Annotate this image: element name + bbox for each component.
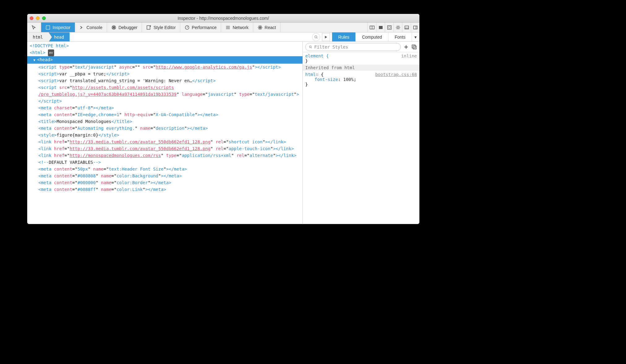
svg-rect-16 xyxy=(405,26,409,29)
tab-performance[interactable]: Performance xyxy=(180,23,221,32)
svg-line-23 xyxy=(311,47,312,48)
svg-rect-3 xyxy=(114,27,115,28)
svg-rect-13 xyxy=(388,26,391,29)
maximize-icon[interactable] xyxy=(42,16,46,20)
dom-line[interactable]: <script src="http://assets.tumblr.com/as… xyxy=(27,84,302,104)
titlebar: Inspector - http://monospacedmonologues.… xyxy=(27,14,419,23)
source-link[interactable]: bootstrap.css:68 xyxy=(375,72,417,77)
breadcrumbs: html head xyxy=(27,32,70,41)
dom-line[interactable]: <title>Monospaced Monologues</title> xyxy=(27,118,302,125)
svg-rect-26 xyxy=(412,45,415,48)
network-icon xyxy=(225,25,230,30)
dock-side-button[interactable] xyxy=(411,23,419,32)
dom-line[interactable]: <meta content="50px" name="text:Header F… xyxy=(27,166,302,172)
devtools-window: Inspector - http://monospacedmonologues.… xyxy=(27,14,419,224)
stack-icon xyxy=(411,44,417,50)
tab-computed[interactable]: Computed xyxy=(356,32,388,41)
gear-icon xyxy=(396,25,401,30)
search-icon xyxy=(309,45,312,49)
rule-html[interactable]: html ⊡ { bootstrap.css:68 xyxy=(305,72,417,77)
side-tabs: Rules Computed Fonts ▾ xyxy=(332,32,419,41)
chevron-down-icon[interactable]: ▼ xyxy=(33,57,37,64)
settings-button[interactable] xyxy=(393,23,402,32)
window-title: Inspector - http://monospacedmonologues.… xyxy=(27,16,419,21)
dom-line[interactable]: <script type="text/javascript" async="" … xyxy=(27,64,302,70)
dom-line[interactable]: <link href="http://monospacedmonologues.… xyxy=(27,152,302,159)
inspector-icon xyxy=(45,25,50,30)
svg-rect-14 xyxy=(388,27,390,28)
play-icon xyxy=(324,35,328,39)
tab-react[interactable]: React xyxy=(253,23,281,32)
svg-point-15 xyxy=(397,27,399,28)
rule-declaration[interactable]: font-size: 100%; xyxy=(305,77,417,82)
svg-line-21 xyxy=(316,37,317,38)
dom-line[interactable]: <!DOCTYPE html> xyxy=(27,42,302,49)
subbar: html head Rules Computed Fonts ▾ xyxy=(27,32,419,42)
svg-rect-12 xyxy=(379,26,383,29)
debugger-icon xyxy=(111,25,116,30)
dom-tree[interactable]: <!DOCTYPE html> <html> ev ▼<head> <scrip… xyxy=(27,42,302,224)
svg-rect-18 xyxy=(414,26,417,29)
dom-line[interactable]: <meta content="#080808" name="color:Back… xyxy=(27,172,302,179)
dom-line[interactable]: <style>figure{margin:0}</style> xyxy=(27,132,302,138)
dom-line-selected[interactable]: ▼<head> xyxy=(27,56,302,64)
dom-line[interactable]: <meta content="IE=edge,chrome=1" http-eq… xyxy=(27,111,302,118)
responsive-button[interactable] xyxy=(385,23,393,32)
rule-element[interactable]: element {inline xyxy=(305,53,417,58)
tab-more[interactable]: ▾ xyxy=(412,32,419,41)
search-icon xyxy=(314,35,318,39)
rules-panel: Filter Styles element {inline } Inherite… xyxy=(302,42,419,224)
split-pane-button[interactable] xyxy=(367,23,376,32)
dom-line[interactable]: <meta content="Automating everything." n… xyxy=(27,125,302,132)
inherited-label: Inherited from html xyxy=(303,65,419,71)
react-icon xyxy=(258,25,263,30)
dock-button[interactable] xyxy=(402,23,411,32)
rule-close: } xyxy=(305,58,417,63)
cursor-icon xyxy=(32,25,36,30)
tab-style-editor[interactable]: Style Editor xyxy=(142,23,180,32)
style-editor-icon xyxy=(146,25,151,30)
filter-styles-input[interactable]: Filter Styles xyxy=(305,43,401,51)
performance-icon xyxy=(185,25,190,30)
tab-inspector[interactable]: Inspector xyxy=(41,23,75,32)
toggle-pseudo-button[interactable] xyxy=(411,44,417,50)
rule-close: } xyxy=(305,82,417,87)
window-controls xyxy=(30,16,46,20)
dom-line[interactable]: <script>var __pbpa = true;</script> xyxy=(27,70,302,77)
tab-rules[interactable]: Rules xyxy=(332,32,356,41)
svg-rect-27 xyxy=(413,46,416,49)
dom-line[interactable]: <!--DEFAULT VARIABLES--> xyxy=(27,159,302,166)
dom-line[interactable]: <html> ev xyxy=(27,49,302,56)
svg-point-22 xyxy=(309,46,311,48)
tab-debugger[interactable]: Debugger xyxy=(107,23,142,32)
dom-line[interactable]: <link href="http://33.media.tumblr.com/a… xyxy=(27,138,302,145)
dom-line[interactable]: <meta content="#000000" name="color:Bord… xyxy=(27,179,302,186)
svg-point-20 xyxy=(315,36,317,38)
console-icon xyxy=(79,25,84,30)
breadcrumb-html[interactable]: html xyxy=(27,32,49,41)
dom-line[interactable]: <meta content="#0088ff" name="color:Link… xyxy=(27,186,302,193)
svg-point-6 xyxy=(259,27,260,28)
highlight-button[interactable] xyxy=(322,33,330,41)
plus-icon xyxy=(403,44,409,50)
minimize-icon[interactable] xyxy=(36,16,40,20)
dom-line[interactable]: <link href="http://33.media.tumblr.com/a… xyxy=(27,145,302,152)
dark-theme-button[interactable] xyxy=(376,23,385,32)
svg-rect-4 xyxy=(147,26,150,29)
rules-list: element {inline } Inherited from html ht… xyxy=(303,52,419,88)
search-button[interactable] xyxy=(312,33,320,41)
ev-badge[interactable]: ev xyxy=(48,49,54,56)
toolbar: Inspector Console Debugger Style Editor … xyxy=(27,23,419,32)
add-rule-button[interactable] xyxy=(403,44,409,50)
tab-network[interactable]: Network xyxy=(221,23,253,32)
tab-console[interactable]: Console xyxy=(75,23,107,32)
dom-line[interactable]: <meta charset="utf-8"></meta> xyxy=(27,104,302,111)
svg-rect-2 xyxy=(113,27,114,28)
dom-line[interactable]: <script>var translated_warning_string = … xyxy=(27,77,302,84)
svg-point-1 xyxy=(112,26,116,29)
pick-element-button[interactable] xyxy=(27,23,41,32)
tab-fonts[interactable]: Fonts xyxy=(388,32,412,41)
svg-rect-0 xyxy=(46,26,50,29)
close-icon[interactable] xyxy=(30,16,33,20)
